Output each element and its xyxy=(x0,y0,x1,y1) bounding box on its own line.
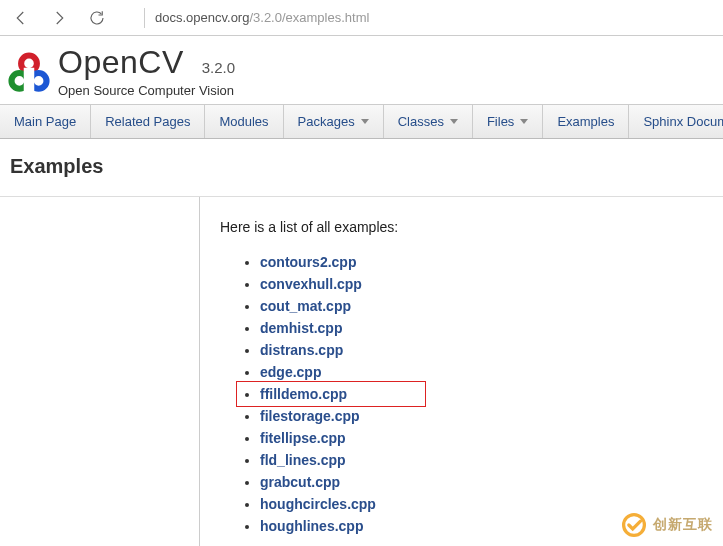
list-item: demhist.cpp xyxy=(260,317,703,339)
refresh-button[interactable] xyxy=(86,7,108,29)
example-link[interactable]: edge.cpp xyxy=(260,364,321,380)
list-item: fitellipse.cpp xyxy=(260,427,703,449)
example-link[interactable]: cout_mat.cpp xyxy=(260,298,351,314)
tab-label: Examples xyxy=(557,114,614,129)
tab-classes[interactable]: Classes xyxy=(384,105,473,138)
site-version: 3.2.0 xyxy=(202,59,235,76)
example-link[interactable]: distrans.cpp xyxy=(260,342,343,358)
list-item: edge.cpp xyxy=(260,361,703,383)
tab-related-pages[interactable]: Related Pages xyxy=(91,105,205,138)
list-item: ffilldemo.cpp xyxy=(260,383,703,405)
example-link[interactable]: ffilldemo.cpp xyxy=(260,386,347,402)
page-title: Examples xyxy=(0,139,723,197)
opencv-logo xyxy=(8,52,50,94)
examples-list: contours2.cppconvexhull.cppcout_mat.cppd… xyxy=(220,251,703,537)
site-subtitle: Open Source Computer Vision xyxy=(58,83,235,98)
example-link[interactable]: grabcut.cpp xyxy=(260,474,340,490)
intro-text: Here is a list of all examples: xyxy=(220,219,703,235)
tab-label: Files xyxy=(487,114,514,129)
svg-rect-3 xyxy=(24,68,35,93)
list-item: filestorage.cpp xyxy=(260,405,703,427)
address-bar[interactable]: docs.opencv.org/3.2.0/examples.html xyxy=(144,8,369,28)
watermark-icon xyxy=(621,512,647,538)
list-item: convexhull.cpp xyxy=(260,273,703,295)
chevron-down-icon xyxy=(450,119,458,124)
browser-toolbar: docs.opencv.org/3.2.0/examples.html xyxy=(0,0,723,36)
content-row: Here is a list of all examples: contours… xyxy=(0,197,723,546)
site-title: OpenCV xyxy=(58,44,184,81)
watermark: 创新互联 xyxy=(621,512,713,538)
site-header: OpenCV 3.2.0 Open Source Computer Vision xyxy=(0,36,723,98)
main-content: Here is a list of all examples: contours… xyxy=(200,197,723,546)
nav-tabs: Main PageRelated PagesModulesPackagesCla… xyxy=(0,104,723,139)
tab-modules[interactable]: Modules xyxy=(205,105,283,138)
tab-label: Sphinx Docume xyxy=(643,114,723,129)
list-item: grabcut.cpp xyxy=(260,471,703,493)
svg-point-4 xyxy=(624,515,645,536)
example-link[interactable]: demhist.cpp xyxy=(260,320,342,336)
forward-button[interactable] xyxy=(48,7,70,29)
watermark-text: 创新互联 xyxy=(653,516,713,534)
example-link[interactable]: fitellipse.cpp xyxy=(260,430,346,446)
list-item: distrans.cpp xyxy=(260,339,703,361)
sidebar xyxy=(0,197,200,546)
page: OpenCV 3.2.0 Open Source Computer Vision… xyxy=(0,36,723,546)
tab-main-page[interactable]: Main Page xyxy=(0,105,91,138)
tab-label: Main Page xyxy=(14,114,76,129)
tab-files[interactable]: Files xyxy=(473,105,543,138)
tab-label: Classes xyxy=(398,114,444,129)
back-button[interactable] xyxy=(10,7,32,29)
tab-label: Packages xyxy=(298,114,355,129)
list-item: contours2.cpp xyxy=(260,251,703,273)
url-path: /3.2.0/examples.html xyxy=(249,10,369,25)
url-host: docs.opencv.org xyxy=(155,10,249,25)
example-link[interactable]: houghlines.cpp xyxy=(260,518,363,534)
tab-sphinx-docume[interactable]: Sphinx Docume xyxy=(629,105,723,138)
example-link[interactable]: convexhull.cpp xyxy=(260,276,362,292)
list-item: cout_mat.cpp xyxy=(260,295,703,317)
chevron-down-icon xyxy=(361,119,369,124)
list-item: fld_lines.cpp xyxy=(260,449,703,471)
tab-examples[interactable]: Examples xyxy=(543,105,629,138)
example-link[interactable]: fld_lines.cpp xyxy=(260,452,346,468)
tab-packages[interactable]: Packages xyxy=(284,105,384,138)
example-link[interactable]: contours2.cpp xyxy=(260,254,356,270)
url-separator xyxy=(144,8,145,28)
tab-label: Modules xyxy=(219,114,268,129)
tab-label: Related Pages xyxy=(105,114,190,129)
chevron-down-icon xyxy=(520,119,528,124)
example-link[interactable]: houghcircles.cpp xyxy=(260,496,376,512)
example-link[interactable]: filestorage.cpp xyxy=(260,408,360,424)
